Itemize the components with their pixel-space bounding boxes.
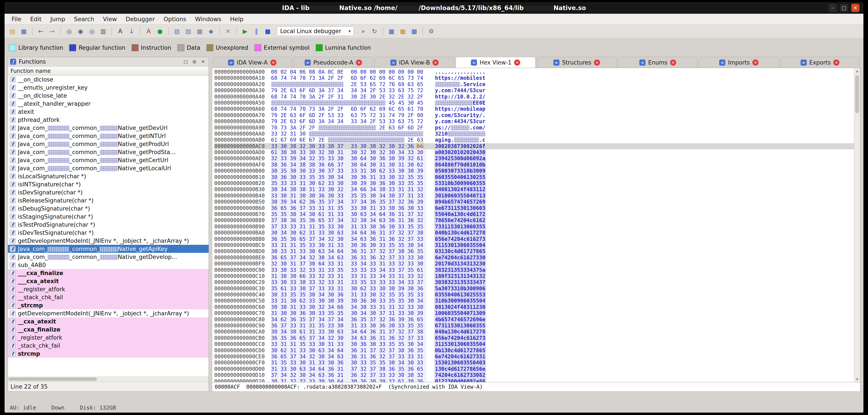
hex-row[interactable]: 0000000000000B30303430383133303234663438… xyxy=(214,186,854,193)
hex-row[interactable]: 0000000000000C90363733313135333031333036… xyxy=(214,322,854,329)
font-icon[interactable]: A xyxy=(116,26,125,36)
menu-file[interactable]: File xyxy=(8,15,25,23)
tab-exports[interactable]: ≡Exports✕ xyxy=(780,57,860,68)
hex-row[interactable]: 0000000000000AC0333038323033383733303832… xyxy=(214,143,854,149)
function-row[interactable]: fisINTSignature(char *) xyxy=(8,180,209,188)
menu-view[interactable]: View xyxy=(99,15,121,23)
call-graph-icon[interactable]: ◆ xyxy=(206,26,216,36)
search-next-icon[interactable]: ◉ xyxy=(76,26,85,36)
pause-process-icon[interactable]: ∥ xyxy=(252,26,261,36)
graph-view-icon[interactable]: ▧ xyxy=(172,26,182,36)
function-row[interactable]: f_strcmp xyxy=(8,301,209,309)
function-name-column-header[interactable]: Function name xyxy=(8,67,209,75)
hex-row[interactable]: 0000000000000C40303335353034303631333032… xyxy=(214,291,854,298)
close-icon[interactable]: ✕ xyxy=(356,60,362,66)
open-file-icon[interactable]: ▤ xyxy=(8,26,17,36)
function-row[interactable]: fisDevTestSignature(char *) xyxy=(8,229,209,237)
function-row[interactable]: fisStagingSignature(char *) xyxy=(8,212,209,220)
hex-row[interactable]: 0000000000000C60303831333032346634383331… xyxy=(214,304,854,310)
hex-row[interactable]: 0000000000000C20333033383332333133353333… xyxy=(214,279,854,285)
hex-row[interactable]: 0000000000000BA0303430623133306334643631… xyxy=(214,230,854,236)
function-row[interactable]: fatexit xyxy=(8,108,209,116)
hex-row[interactable]: 0000000000000A202E53657276696365.Service xyxy=(214,81,854,88)
menu-debugger[interactable]: Debugger xyxy=(122,15,159,23)
function-row[interactable]: f__cxa_atexit xyxy=(8,317,209,325)
close-icon[interactable]: ✕ xyxy=(594,60,600,66)
function-row[interactable]: f__on_dlclose xyxy=(8,75,209,83)
function-row[interactable]: f__atexit_handler_wrapper xyxy=(8,100,209,108)
function-row[interactable]: fJava_com__common_Native_getProdSta... xyxy=(8,148,209,156)
function-row[interactable]: fstrcmp xyxy=(8,350,209,358)
maximize-button[interactable]: ▢ xyxy=(840,4,848,12)
menu-help[interactable]: Help xyxy=(226,15,247,23)
search-text-icon[interactable]: ◎ xyxy=(87,26,97,36)
hex-row[interactable]: 0000000000000CE0366537343230346336313632… xyxy=(214,353,854,360)
hex-row[interactable]: 0000000000000CD0306231333063346436313732… xyxy=(214,347,854,353)
function-row[interactable]: fsub_4AB0 xyxy=(8,261,209,269)
hex-row[interactable]: 0000000000000A6068747470733A2F2F6D6F6269… xyxy=(214,106,854,112)
hex-row[interactable]: 0000000000000BF0323031373064333133343331… xyxy=(214,261,854,267)
hex-row[interactable]: 0000000000000BC0333131353330313330363033… xyxy=(214,242,854,248)
search-icon[interactable]: ◎ xyxy=(64,26,74,36)
hex-row[interactable]: 0000000000000AA0333231303210 xyxy=(214,131,854,137)
hex-row[interactable]: 0000000000000A5045453045EE0E xyxy=(214,100,854,106)
function-row[interactable]: fgetDevelopmentModeInt(_JNIEnv *, _jobje… xyxy=(8,237,209,245)
step-over-icon[interactable]: » xyxy=(358,26,368,36)
hex-row[interactable]: 0000000000000AB06167696E672E2E63aging..c xyxy=(214,137,854,143)
hex-row[interactable]: 0000000000000CA0303430613133306334643631… xyxy=(214,329,854,335)
hex-row[interactable]: 0000000000000A80792E636F6D3A343433342F53… xyxy=(214,118,854,125)
back-icon[interactable]: ← xyxy=(36,26,45,36)
hex-row[interactable]: 0000000000000B00303530303330373333313062… xyxy=(214,168,854,174)
modules-window-icon[interactable]: ▦ xyxy=(409,26,419,36)
menu-edit[interactable]: Edit xyxy=(26,15,45,23)
function-row[interactable]: f__cxa_finalize xyxy=(8,325,209,334)
close-icon[interactable]: ✕ xyxy=(514,60,520,66)
minimize-button[interactable]: – xyxy=(829,4,837,12)
function-row[interactable]: fJava_com__common_Native_getDevelop... xyxy=(8,253,209,261)
jump-address-icon[interactable]: ↓ xyxy=(127,26,136,36)
hex-view[interactable]: 0000000000000A0000020406080A0C0E00000000… xyxy=(212,68,854,382)
hex-row[interactable]: 0000000000000BE0366537343230346336313632… xyxy=(214,254,854,261)
maximize-pane-icon[interactable]: □ xyxy=(182,59,189,65)
close-icon[interactable]: ✕ xyxy=(752,60,758,66)
hex-row[interactable]: 0000000000000CC0333131353330313330363033… xyxy=(214,341,854,347)
close-icon[interactable]: ✕ xyxy=(833,60,839,66)
hex-row[interactable]: 0000000000000B10303630333535303430363133… xyxy=(214,174,854,180)
tab-enums[interactable]: ≡Enums✕ xyxy=(618,57,698,68)
start-process-icon[interactable]: ▶ xyxy=(240,26,250,36)
function-row[interactable]: fJava_com__common_Native_getApiKey xyxy=(8,245,209,253)
hex-row[interactable]: 0000000000000AE0323339343235333030643036… xyxy=(214,155,854,162)
hex-row[interactable]: 0000000000000C70313030363033353530343037… xyxy=(214,310,854,316)
forward-icon[interactable]: → xyxy=(48,26,57,36)
function-row[interactable]: fisLocalSignature(char *) xyxy=(8,172,209,180)
function-row[interactable]: fisDevSignature(char *) xyxy=(8,188,209,196)
function-row[interactable]: f___cxa_atexit xyxy=(8,277,209,285)
hex-row[interactable]: 0000000000000B90373333313135333031333036… xyxy=(214,223,854,230)
hex-row[interactable]: 0000000000000AF0383634383836663730643031… xyxy=(214,162,854,168)
function-row[interactable]: fpthread_atfork xyxy=(8,116,209,124)
tab-structures[interactable]: ≡Structures✕ xyxy=(537,57,617,68)
panel-splitter[interactable] xyxy=(209,57,212,392)
hex-row[interactable]: 0000000000000B70353530343061313330633464… xyxy=(214,211,854,217)
scroll-up-icon[interactable]: ▲ xyxy=(854,68,860,74)
function-row[interactable]: f__register_atfork xyxy=(8,285,209,293)
hex-row[interactable]: 0000000000000C10313830663332333133313334… xyxy=(214,273,854,279)
hex-row[interactable]: 0000000000000CF0313533303133303630333535… xyxy=(214,360,854,366)
run-until-return-icon[interactable]: ↻ xyxy=(370,26,379,36)
hscrollbar-thumb[interactable] xyxy=(8,378,97,381)
function-row[interactable]: f__on_dlclose_late xyxy=(8,92,209,100)
function-row[interactable]: f_register_atfork xyxy=(8,334,209,342)
hex-row[interactable]: 0000000000000B20353333313062333030393036… xyxy=(214,180,854,186)
titlebar[interactable]: IDA - libNative.so /home//Downloads/5.17… xyxy=(5,2,863,14)
tab-ida-view-b[interactable]: ≡IDA View-B✕ xyxy=(375,57,455,68)
float-pane-icon[interactable]: ⊞ xyxy=(191,59,198,65)
hex-row[interactable]: 0000000000000D00313330633464363137323738… xyxy=(214,366,854,372)
hex-row[interactable]: 0000000000000B60366536373331313533303133… xyxy=(214,205,854,211)
function-row[interactable]: fJava_com__common_Native_getLocalUrl xyxy=(8,164,209,172)
function-row[interactable]: fJava_com__common_Native_getProdUrl xyxy=(8,140,209,148)
lumina-icon[interactable]: ● xyxy=(155,26,165,36)
save-icon[interactable]: ▦ xyxy=(19,26,29,36)
close-pane-icon[interactable]: ✕ xyxy=(200,59,207,65)
print-icon[interactable]: ▥ xyxy=(98,26,108,36)
highlight-icon[interactable]: A xyxy=(144,26,153,36)
